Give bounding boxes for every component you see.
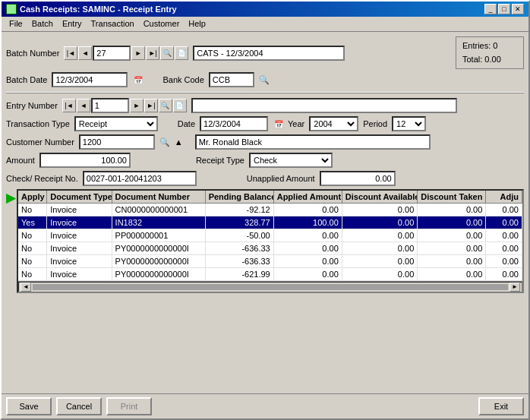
- entry-prev-btn[interactable]: ◄: [77, 99, 90, 112]
- title-bar-text: Cash Receipts: SAMINC - Receipt Entry: [6, 4, 177, 14]
- menu-batch[interactable]: Batch: [27, 18, 58, 30]
- batch-description-input[interactable]: [193, 46, 345, 61]
- table-cell: -621.99: [206, 268, 274, 280]
- scroll-right-btn[interactable]: ►: [509, 283, 520, 292]
- year-select[interactable]: 2004: [309, 116, 358, 131]
- exit-button[interactable]: Exit: [478, 397, 524, 415]
- left-buttons: Save Cancel Print: [6, 397, 152, 415]
- batch-prev-btn[interactable]: ◄: [78, 46, 92, 60]
- table-row[interactable]: NoInvoicePY0000000000000I-636.330.000.00…: [18, 255, 522, 268]
- unapplied-amount-label: Unapplied Amount: [247, 174, 315, 183]
- col-disc-taken: Discount Taken: [418, 191, 486, 203]
- h-scroll-track[interactable]: ◄ ►: [18, 282, 522, 292]
- table-row[interactable]: NoInvoicePY0000000000000I-621.990.000.00…: [18, 268, 522, 281]
- table-cell: 0.00: [274, 255, 342, 267]
- table-cell: -636.33: [206, 255, 274, 267]
- unapplied-amount-input[interactable]: [320, 171, 396, 186]
- date-calendar-icon[interactable]: 📅: [274, 120, 283, 128]
- entry-new-btn[interactable]: 📄: [173, 99, 187, 112]
- batch-date-input[interactable]: [52, 72, 128, 87]
- button-bar: Save Cancel Print Exit: [2, 393, 528, 418]
- table-cell: No: [18, 242, 47, 254]
- batch-search-btn[interactable]: 🔍: [160, 46, 174, 60]
- menu-customer[interactable]: Customer: [139, 18, 185, 30]
- table-row[interactable]: NoInvoicePP000000001-50.000.000.000.000.…: [18, 229, 522, 242]
- period-select[interactable]: 12: [392, 116, 426, 131]
- table-cell: 0.00: [418, 204, 486, 216]
- table-cell: 100.00: [274, 216, 342, 229]
- entry-last-btn[interactable]: ►|: [144, 99, 158, 112]
- batch-last-btn[interactable]: ►|: [146, 46, 159, 60]
- content-area: Batch Number |◄ ◄ ► ►| 🔍 📄 Entries: 0 To…: [2, 32, 528, 393]
- date-input[interactable]: [200, 116, 268, 131]
- col-disc-avail: Discount Available: [342, 191, 418, 203]
- window-title: Cash Receipts: SAMINC - Receipt Entry: [20, 5, 177, 14]
- table-row[interactable]: YesInvoiceIN1832328.77100.000.000.000.00: [18, 216, 522, 229]
- table-cell: 0.00: [486, 242, 522, 254]
- menu-entry[interactable]: Entry: [58, 18, 87, 30]
- table-cell: 0.00: [486, 229, 522, 242]
- cancel-button[interactable]: Cancel: [56, 397, 102, 415]
- table-cell: 0.00: [418, 255, 486, 267]
- receipt-type-label: Receipt Type: [196, 156, 244, 165]
- menu-transaction[interactable]: Transaction: [87, 18, 139, 30]
- menu-help[interactable]: Help: [184, 18, 210, 30]
- batch-date-calendar-icon[interactable]: 📅: [134, 76, 143, 84]
- table-header: Apply Document Type Document Number Pend…: [18, 191, 522, 204]
- customer-number-input[interactable]: [79, 134, 155, 150]
- batch-number-label: Batch Number: [6, 49, 59, 58]
- green-arrow-icon: ▶: [6, 191, 15, 205]
- entry-first-btn[interactable]: |◄: [62, 99, 76, 112]
- customer-name-input[interactable]: [195, 134, 431, 150]
- print-button[interactable]: Print: [106, 397, 152, 415]
- entry-next-btn[interactable]: ►: [130, 99, 144, 112]
- documents-table: Apply Document Type Document Number Pend…: [17, 189, 524, 293]
- menu-file[interactable]: File: [5, 18, 27, 30]
- customer-up-icon[interactable]: ▲: [175, 137, 183, 147]
- amount-input[interactable]: [39, 153, 131, 168]
- bank-code-input[interactable]: [209, 72, 254, 87]
- h-scrollbar[interactable]: ◄ ►: [18, 281, 522, 292]
- scroll-left-btn[interactable]: ◄: [21, 283, 31, 292]
- table-cell: -50.00: [206, 229, 274, 242]
- total-value: 0.00: [484, 55, 500, 64]
- table-cell: Invoice: [47, 216, 112, 229]
- scroll-thumb[interactable]: [33, 284, 508, 290]
- close-button[interactable]: ✕: [512, 4, 524, 14]
- customer-search-icon[interactable]: 🔍: [159, 137, 170, 147]
- entry-description-input[interactable]: [191, 98, 457, 113]
- receipt-type-select[interactable]: Check: [249, 153, 333, 168]
- table-cell: 0.00: [274, 204, 342, 216]
- entry-search-btn[interactable]: 🔍: [159, 99, 172, 112]
- title-bar: Cash Receipts: SAMINC - Receipt Entry _ …: [2, 2, 528, 17]
- table-cell: Invoice: [47, 229, 112, 242]
- batch-number-input[interactable]: [93, 46, 131, 61]
- table-cell: PY0000000000000I: [112, 255, 206, 267]
- table-cell: 0.00: [342, 268, 418, 280]
- maximize-button[interactable]: □: [498, 4, 510, 14]
- entries-info: Entries: 0 Total: 0.00: [456, 36, 524, 69]
- minimize-button[interactable]: _: [484, 4, 497, 14]
- bank-code-search-icon[interactable]: 🔍: [259, 75, 270, 85]
- save-button[interactable]: Save: [6, 397, 52, 415]
- batch-next-btn[interactable]: ►: [131, 46, 145, 60]
- entry-number-input[interactable]: [91, 98, 129, 113]
- table-cell: Yes: [18, 216, 47, 229]
- check-receipt-input[interactable]: [83, 171, 197, 186]
- date-label: Date: [178, 119, 195, 128]
- table-cell: No: [18, 268, 47, 280]
- table-cell: 0.00: [486, 255, 522, 267]
- entries-line: Entries: 0: [462, 39, 517, 53]
- table-cell: 328.77: [206, 216, 274, 229]
- entries-value: 0: [493, 41, 497, 50]
- table-body: NoInvoiceCN0000000000001-92.120.000.000.…: [18, 204, 522, 281]
- table-cell: 0.00: [342, 255, 418, 267]
- table-row[interactable]: NoInvoiceCN0000000000001-92.120.000.000.…: [18, 204, 522, 216]
- batch-first-btn[interactable]: |◄: [64, 46, 77, 60]
- table-cell: PP000000001: [112, 229, 206, 242]
- col-doc-type: Document Type: [47, 191, 112, 203]
- batch-new-btn[interactable]: 📄: [175, 46, 188, 60]
- table-cell: No: [18, 204, 47, 216]
- table-row[interactable]: NoInvoicePY0000000000000I-636.330.000.00…: [18, 242, 522, 255]
- transaction-type-select[interactable]: Receipt: [74, 116, 158, 131]
